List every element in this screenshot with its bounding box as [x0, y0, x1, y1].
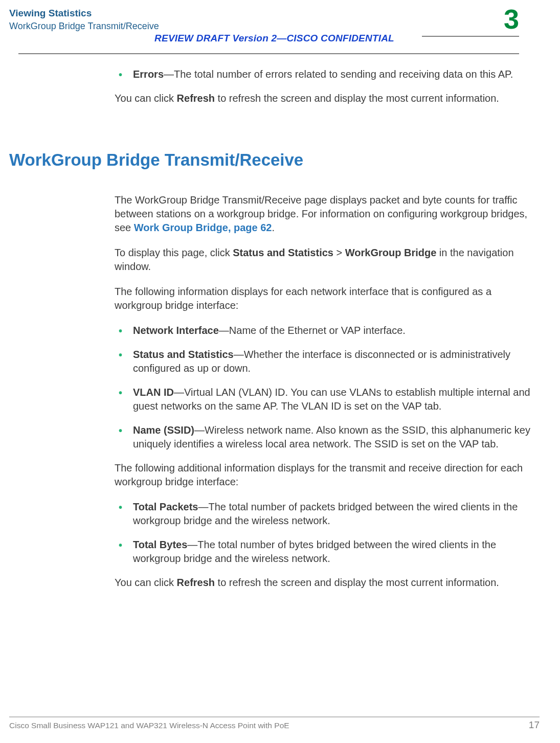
bullet-icon: • — [119, 348, 122, 362]
bullet-icon: • — [119, 386, 122, 400]
term-text: —Name of the Ethernet or VAP interface. — [219, 325, 406, 336]
bullet-total-packets: • Total Packets—The total number of pack… — [115, 500, 540, 528]
nav-path-2: WorkGroup Bridge — [345, 247, 437, 258]
term: Name (SSID) — [133, 424, 194, 436]
text: . — [272, 222, 275, 233]
page-number: 17 — [529, 719, 540, 731]
nav-paragraph: To display this page, click Status and S… — [115, 246, 540, 274]
term: VLAN ID — [133, 387, 174, 398]
term: Errors — [133, 69, 164, 80]
bullet-status-statistics: • Status and Statistics—Whether the inte… — [115, 348, 540, 375]
bullet-icon: • — [119, 424, 122, 438]
bullet-icon: • — [119, 501, 122, 514]
header-rule — [18, 53, 519, 54]
chapter-number: 3 — [504, 3, 519, 35]
term: Total Bytes — [133, 539, 187, 550]
bullet-network-interface: • Network Interface—Name of the Ethernet… — [115, 324, 540, 337]
cross-ref-link[interactable]: Work Group Bridge, page 62 — [134, 222, 272, 233]
text: You can click — [115, 577, 177, 588]
footer-text: Cisco Small Business WAP121 and WAP321 W… — [9, 721, 289, 730]
section-heading: WorkGroup Bridge Transmit/Receive — [9, 150, 303, 170]
section-subtitle: WorkGroup Bridge Transmit/Receive — [9, 20, 540, 32]
refresh-label: Refresh — [177, 577, 215, 588]
section-body: The WorkGroup Bridge Transmit/Receive pa… — [115, 193, 540, 590]
term: Network Interface — [133, 325, 219, 336]
lead-paragraph-1: The following information displays for e… — [115, 285, 540, 312]
text: to refresh the screen and display the mo… — [215, 577, 499, 588]
refresh-paragraph: You can click Refresh to refresh the scr… — [115, 92, 540, 105]
term: Total Packets — [133, 501, 198, 512]
bullet-total-bytes: • Total Bytes—The total number of bytes … — [115, 538, 540, 566]
bullet-icon: • — [119, 538, 122, 552]
nav-path-1: Status and Statistics — [233, 247, 333, 258]
term-text: —The total number of errors related to s… — [164, 69, 513, 80]
footer-rule — [9, 716, 540, 717]
chapter-title: Viewing Statistics — [9, 7, 540, 19]
page-header: Viewing Statistics WorkGroup Bridge Tran… — [9, 6, 540, 55]
text: You can click — [115, 93, 177, 104]
continued-content: • Errors—The total number of errors rela… — [115, 67, 540, 105]
bullet-icon: • — [119, 68, 122, 82]
review-draft-banner: REVIEW DRAFT Version 2—CISCO CONFIDENTIA… — [9, 33, 540, 44]
document-page: Viewing Statistics WorkGroup Bridge Tran… — [0, 0, 560, 743]
term-text: —Virtual LAN (VLAN) ID. You can use VLAN… — [133, 387, 530, 412]
lead-paragraph-2: The following additional information dis… — [115, 461, 540, 489]
bullet-icon: • — [119, 324, 122, 338]
bullet-vlan-id: • VLAN ID—Virtual LAN (VLAN) ID. You can… — [115, 386, 540, 413]
term-text: —The total number of bytes bridged betwe… — [133, 539, 496, 564]
intro-paragraph: The WorkGroup Bridge Transmit/Receive pa… — [115, 193, 540, 235]
text: > — [333, 247, 345, 258]
page-footer: Cisco Small Business WAP121 and WAP321 W… — [9, 719, 540, 731]
text: To display this page, click — [115, 247, 233, 258]
refresh-label: Refresh — [177, 93, 215, 104]
refresh-paragraph-2: You can click Refresh to refresh the scr… — [115, 576, 540, 590]
bullet-name-ssid: • Name (SSID)—Wireless network name. Als… — [115, 423, 540, 451]
bullet-errors: • Errors—The total number of errors rela… — [115, 67, 540, 81]
chapter-number-rule — [422, 36, 519, 37]
header-left: Viewing Statistics WorkGroup Bridge Tran… — [9, 6, 540, 32]
text: to refresh the screen and display the mo… — [215, 93, 499, 104]
term: Status and Statistics — [133, 349, 234, 360]
